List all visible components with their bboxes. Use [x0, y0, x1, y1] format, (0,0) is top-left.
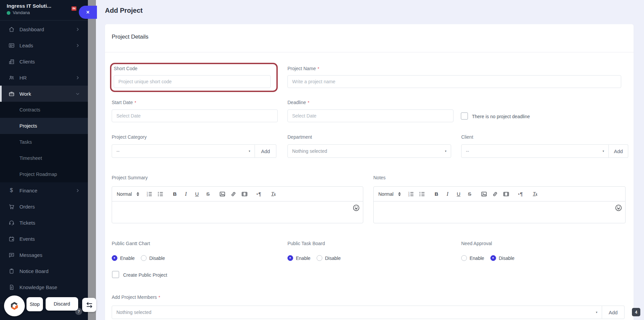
- sidebar-item-work[interactable]: Work: [0, 86, 88, 102]
- sidebar-item-leads[interactable]: Leads: [0, 37, 88, 53]
- approval-disable-radio[interactable]: [490, 255, 496, 261]
- sidebar-item-clients[interactable]: Clients: [0, 53, 88, 70]
- agent-logo-button[interactable]: [4, 295, 25, 316]
- italic-icon[interactable]: I: [182, 191, 189, 197]
- swap-panel-button[interactable]: [82, 298, 96, 312]
- client-select[interactable]: -- ▾: [461, 144, 609, 158]
- image-icon[interactable]: [219, 191, 226, 197]
- no-deadline-label[interactable]: There is no project deadline: [472, 114, 530, 119]
- start-date-input[interactable]: [112, 109, 278, 122]
- project-category-select[interactable]: -- ▾: [112, 144, 255, 158]
- taskboard-enable-label[interactable]: Enable: [296, 256, 311, 261]
- text-direction-icon[interactable]: ▸¶: [256, 191, 262, 197]
- chat-icon: [8, 252, 15, 258]
- emoji-icon[interactable]: [353, 204, 360, 212]
- close-icon: ✕: [86, 10, 90, 15]
- caret-down-icon: ▾: [249, 149, 250, 153]
- bold-icon[interactable]: B: [433, 191, 440, 197]
- ordered-list-icon[interactable]: 123: [146, 191, 153, 197]
- image-icon[interactable]: [481, 191, 487, 197]
- public-gantt-chart-label: Public Gantt Chart: [112, 241, 150, 246]
- notification-count-badge[interactable]: 4: [632, 308, 640, 316]
- taskboard-disable-radio[interactable]: [317, 255, 322, 261]
- format-dropdown[interactable]: Normal: [378, 191, 401, 197]
- add-client-button[interactable]: Add: [609, 144, 628, 158]
- sidebar-item-notice-board[interactable]: Notice Board: [0, 263, 88, 279]
- no-deadline-checkbox[interactable]: [461, 112, 468, 120]
- sidebar-item-label: Clients: [19, 59, 35, 64]
- sidebar-item-tickets[interactable]: Tickets: [0, 215, 88, 231]
- swap-arrows-icon: [86, 301, 93, 309]
- sidebar-item-knowledge-base[interactable]: Knowledge Base: [0, 279, 88, 295]
- sidebar: Ingress IT Soluti... Vandana IN Dashboar…: [0, 0, 88, 320]
- gantt-disable-radio[interactable]: [141, 255, 147, 261]
- deadline-input[interactable]: [287, 109, 453, 122]
- headset-icon: [8, 219, 15, 226]
- approval-enable-radio[interactable]: [461, 255, 467, 261]
- sidebar-subitem-tasks[interactable]: Tasks: [0, 134, 88, 150]
- bold-icon[interactable]: B: [171, 191, 178, 197]
- people-icon: [8, 74, 15, 81]
- strikethrough-icon[interactable]: S: [466, 191, 473, 197]
- add-member-button[interactable]: Add: [602, 306, 625, 319]
- id-card-icon: [8, 42, 15, 49]
- sidebar-subitem-timesheet[interactable]: Timesheet: [0, 150, 88, 166]
- emoji-icon[interactable]: [615, 204, 622, 212]
- text-direction-icon[interactable]: ▸¶: [517, 191, 524, 197]
- create-public-project-checkbox[interactable]: [112, 271, 119, 278]
- taskboard-disable-label[interactable]: Disable: [325, 256, 341, 261]
- required-asterisk: *: [318, 66, 319, 71]
- gantt-enable-label[interactable]: Enable: [120, 256, 135, 261]
- department-select[interactable]: Nothing selected ▾: [287, 144, 451, 158]
- bullet-list-icon[interactable]: [419, 191, 425, 197]
- sidebar-item-finance[interactable]: $ Finance: [0, 182, 88, 198]
- discard-button[interactable]: Discard: [46, 297, 78, 311]
- italic-icon[interactable]: I: [444, 191, 451, 197]
- sidebar-subitem-projects[interactable]: Projects: [0, 118, 88, 134]
- gantt-disable-label[interactable]: Disable: [149, 256, 165, 261]
- caret-down-icon: ▾: [602, 149, 604, 153]
- gantt-enable-radio[interactable]: [112, 255, 117, 261]
- underline-icon[interactable]: U: [194, 191, 200, 197]
- clear-formatting-icon[interactable]: Tx: [270, 191, 277, 197]
- sidebar-item-dashboard[interactable]: Dashboard: [0, 21, 88, 37]
- project-summary-textarea[interactable]: [112, 201, 363, 223]
- video-icon[interactable]: [503, 191, 509, 197]
- link-icon[interactable]: [230, 191, 237, 197]
- sidebar-scrollbar[interactable]: [88, 0, 96, 320]
- ordered-list-icon[interactable]: 123: [408, 191, 414, 197]
- format-dropdown[interactable]: Normal: [117, 191, 139, 197]
- approval-enable-label[interactable]: Enable: [470, 256, 484, 261]
- sidebar-item-orders[interactable]: Orders: [0, 198, 88, 215]
- strikethrough-icon[interactable]: S: [205, 191, 211, 197]
- sidebar-item-hr[interactable]: HR: [0, 70, 88, 86]
- cart-icon: [8, 203, 15, 210]
- sidebar-subitem-project-roadmap[interactable]: Project Roadmap: [0, 166, 88, 182]
- taskboard-enable-radio[interactable]: [287, 255, 293, 261]
- clear-formatting-icon[interactable]: Tx: [532, 191, 538, 197]
- video-icon[interactable]: [241, 191, 248, 197]
- approval-disable-label[interactable]: Disable: [499, 256, 515, 261]
- svg-text:3: 3: [409, 195, 410, 197]
- notes-textarea[interactable]: [374, 201, 625, 223]
- sidebar-item-messages[interactable]: Messages: [0, 247, 88, 263]
- add-category-button[interactable]: Add: [255, 144, 276, 158]
- short-code-input[interactable]: [114, 75, 271, 88]
- sidebar-item-label: Finance: [19, 188, 37, 193]
- bullet-list-icon[interactable]: [157, 191, 164, 197]
- create-public-project-label[interactable]: Create Public Project: [123, 272, 167, 278]
- brand-logo-icon: [8, 300, 21, 312]
- stop-button[interactable]: Stop: [26, 297, 43, 311]
- link-icon[interactable]: [492, 191, 498, 197]
- underline-icon[interactable]: U: [455, 191, 462, 197]
- close-sidebar-button[interactable]: ✕: [79, 6, 97, 19]
- sidebar-item-events[interactable]: Events: [0, 231, 88, 247]
- members-select[interactable]: Nothing selected ▾: [112, 306, 602, 319]
- sidebar-subitem-label: Contracts: [19, 107, 40, 112]
- sidebar-subitem-contracts[interactable]: Contracts: [0, 102, 88, 118]
- page-title: Add Project: [105, 7, 143, 14]
- sidebar-item-label: Leads: [19, 43, 33, 48]
- sidebar-item-label: Knowledge Base: [19, 284, 57, 290]
- project-name-input[interactable]: [287, 75, 621, 88]
- org-name[interactable]: Ingress IT Soluti...: [7, 3, 51, 9]
